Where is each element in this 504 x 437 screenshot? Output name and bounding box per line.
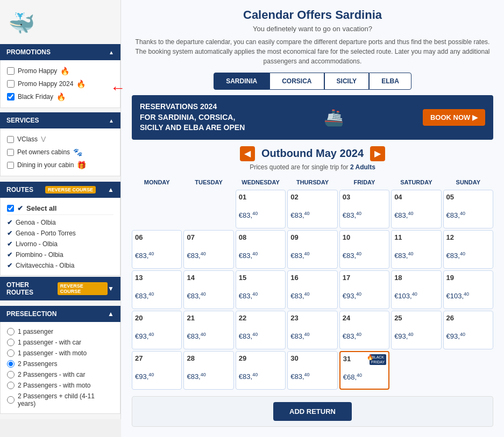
services-arrow-icon: ▲ [109, 118, 114, 124]
presel-radio-3[interactable] [7, 349, 15, 357]
other-reverse-badge[interactable]: REVERSE COURSE [58, 282, 108, 295]
col-header-tue: TUESDAY [183, 176, 233, 188]
reverse-badge[interactable]: REVERSE COURSE [45, 186, 96, 194]
presel-item-4[interactable]: 2 Passengers [7, 359, 113, 369]
tab-elba[interactable]: ELBA [369, 73, 411, 90]
presel-label-6: 2 Passengers - with moto [18, 382, 90, 389]
cal-day-13[interactable]: 13€83,40 [132, 270, 182, 309]
routes-arrow-icon: ▲ [108, 186, 114, 194]
presel-radio-5[interactable] [7, 371, 15, 378]
cal-day-14[interactable]: 14€83,40 [183, 270, 233, 309]
service-item-3[interactable]: Dining in your cabin 🎁 [7, 159, 113, 171]
presel-radio-1[interactable] [7, 328, 15, 335]
cal-day-28[interactable]: 28€83,40 [183, 351, 233, 390]
promo-label-3: Black Friday [18, 93, 53, 101]
pet-icon: 🐾 [73, 148, 82, 156]
cal-day-23[interactable]: 23€83,40 [287, 311, 337, 349]
route-item-1[interactable]: ✔ Genoa - Olbia [7, 217, 113, 228]
promo-item-3[interactable]: Black Friday 🔥 [7, 90, 113, 103]
book-now-button[interactable]: BOOK NOW ▶ [423, 109, 485, 126]
cal-day-06[interactable]: 06€83,40 [132, 230, 182, 269]
cal-day-20[interactable]: 20€93,40 [132, 311, 182, 349]
route-item-5[interactable]: ✔ Civitavecchia - Olbia [7, 260, 113, 271]
calendar-next-button[interactable]: ▶ [370, 146, 385, 161]
cal-day-02[interactable]: 02€83,40 [287, 190, 337, 228]
calendar-prev-button[interactable]: ◀ [240, 146, 255, 161]
tab-bar: SARDINIA CORSICA SICILY ELBA [132, 73, 493, 90]
cal-day-09[interactable]: 09€83,40 [287, 230, 337, 269]
tab-sicily[interactable]: SICILY [324, 73, 370, 90]
presel-radio-6[interactable] [7, 382, 15, 389]
service-item-2[interactable]: Pet owners cabins 🐾 [7, 146, 113, 159]
select-all-checkbox[interactable] [7, 205, 14, 212]
cal-day-29[interactable]: 29€83,40 [236, 351, 286, 390]
cal-day-11[interactable]: 11€83,40 [391, 230, 441, 269]
other-routes-section-header[interactable]: OTHER ROUTES REVERSE COURSE ▼ [0, 277, 120, 300]
route-item-3[interactable]: ✔ Livorno - Olbia [7, 239, 113, 249]
cal-day-04[interactable]: 04€83,40 [391, 190, 441, 228]
cal-day-01[interactable]: 01€83,40 [236, 190, 286, 228]
cal-day-25[interactable]: 25€93,40 [391, 311, 441, 349]
service-checkbox-1[interactable] [7, 136, 14, 143]
presel-item-2[interactable]: 1 passenger - with car [7, 337, 113, 348]
services-body: VClass V Pet owners cabins 🐾 Dining in y… [0, 128, 120, 176]
select-all-label: Select all [26, 204, 56, 212]
col-header-sat: SATURDAY [391, 176, 441, 188]
preselection-label: PRESELECTION [6, 310, 56, 318]
presel-item-1[interactable]: 1 passenger [7, 326, 113, 337]
presel-item-6[interactable]: 2 Passengers - with moto [7, 380, 113, 391]
services-section-header[interactable]: SERVICES ▲ [0, 112, 120, 128]
cal-day-31[interactable]: BLACKFRIDAY 🔥 31 €68,40 [339, 351, 389, 390]
promotions-section-header[interactable]: PROMOTIONS ▲ [0, 44, 120, 60]
promo-icon-3: 🔥 [56, 92, 66, 101]
cal-day-10[interactable]: 10€83,40 [339, 230, 389, 269]
cal-day-22[interactable]: 22€83,40 [236, 311, 286, 349]
promo-checkbox-1[interactable] [7, 67, 15, 75]
service-label-3: Dining in your cabin [17, 161, 74, 169]
service-checkbox-3[interactable] [7, 162, 14, 169]
cal-day-12[interactable]: 12€83,40 [443, 230, 493, 269]
cal-day-08[interactable]: 08€83,40 [236, 230, 286, 269]
cal-day-30[interactable]: 30€83,40 [287, 351, 337, 390]
add-return-button[interactable]: ADD RETURN [273, 402, 352, 421]
route-item-4[interactable]: ✔ Piombino - Olbia [7, 249, 113, 260]
promo-checkbox-3[interactable] [7, 93, 15, 101]
cal-day-26[interactable]: 26€93,40 [443, 311, 493, 349]
preselection-section-header[interactable]: PRESELECTION ▲ [0, 306, 120, 322]
tab-sardinia[interactable]: SARDINIA [214, 73, 269, 90]
presel-radio-4[interactable] [7, 360, 15, 368]
service-checkbox-2[interactable] [7, 149, 14, 156]
service-item-1[interactable]: VClass V [7, 133, 113, 146]
cal-day-16[interactable]: 16€83,40 [287, 270, 337, 309]
col-header-sun: SUNDAY [443, 176, 493, 188]
presel-item-5[interactable]: 2 Passengers - with car [7, 369, 113, 380]
cal-day-15[interactable]: 15€83,40 [236, 270, 286, 309]
dining-icon: 🎁 [77, 161, 86, 169]
preselection-arrow-icon: ▲ [108, 310, 114, 318]
cal-day-17[interactable]: 17€93,40 [339, 270, 389, 309]
cal-day-05[interactable]: 05€83,40 [443, 190, 493, 228]
vclass-icon: V [41, 135, 46, 144]
presel-item-7[interactable]: 2 Passengers + child (4-11 years) [7, 391, 113, 409]
route-item-2[interactable]: ✔ Genoa - Porto Torres [7, 228, 113, 239]
cal-day-21[interactable]: 21€83,40 [183, 311, 233, 349]
cal-day-07[interactable]: 07€83,40 [183, 230, 233, 269]
select-all-item[interactable]: ✔ Select all [7, 202, 113, 215]
presel-item-3[interactable]: 1 passenger - with moto [7, 348, 113, 359]
presel-radio-7[interactable] [7, 396, 15, 404]
routes-section-header[interactable]: ROUTES REVERSE COURSE ▲ [0, 182, 120, 198]
col-header-mon: MONDAY [132, 176, 182, 188]
route-label-5: Civitavecchia - Olbia [16, 262, 74, 269]
cal-day-24[interactable]: 24€83,40 [339, 311, 389, 349]
promo-item-2[interactable]: Promo Happy 2024 🔥 [7, 77, 113, 90]
cal-day-19[interactable]: 19€103,40 [443, 270, 493, 309]
cal-day-27[interactable]: 27€93,40 [132, 351, 182, 390]
cal-day-18[interactable]: 18€103,40 [391, 270, 441, 309]
banner-line1: RESERVATIONS 2024 [140, 102, 245, 112]
tab-corsica[interactable]: CORSICA [269, 73, 324, 90]
promo-icon-2: 🔥 [76, 80, 86, 88]
promo-checkbox-2[interactable] [7, 80, 15, 88]
cal-day-03[interactable]: 03€83,40 [339, 190, 389, 228]
presel-radio-2[interactable] [7, 339, 15, 346]
promo-item-1[interactable]: Promo Happy 🔥 [7, 65, 113, 77]
